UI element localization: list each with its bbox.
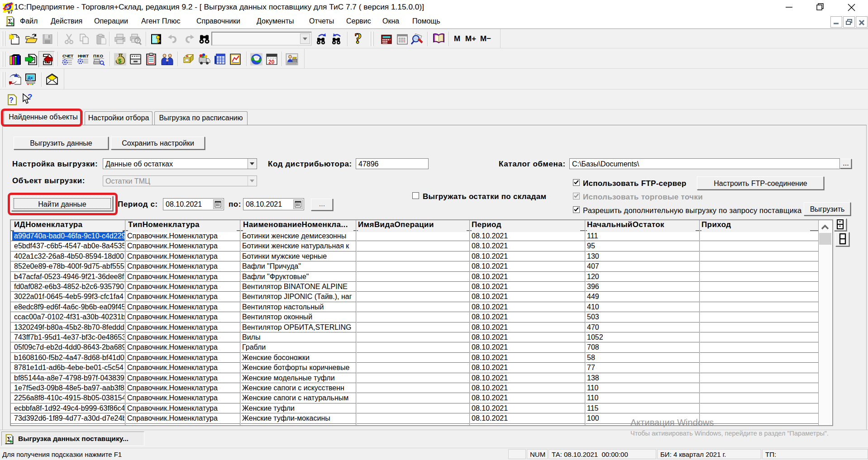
svg-text:v7: v7	[8, 9, 13, 14]
svg-text:?: ?	[28, 93, 32, 101]
svg-text:ПКО: ПКО	[93, 53, 103, 58]
svg-text:Дx: Дx	[28, 76, 33, 80]
svg-text:?: ?	[9, 96, 14, 104]
svg-text:20: 20	[268, 59, 275, 65]
svg-text:СЧЕТ: СЧЕТ	[62, 53, 73, 58]
svg-text:?: ?	[354, 32, 362, 46]
svg-text:$: $	[118, 57, 122, 64]
svg-text:ННКТ: ННКТ	[78, 53, 89, 58]
